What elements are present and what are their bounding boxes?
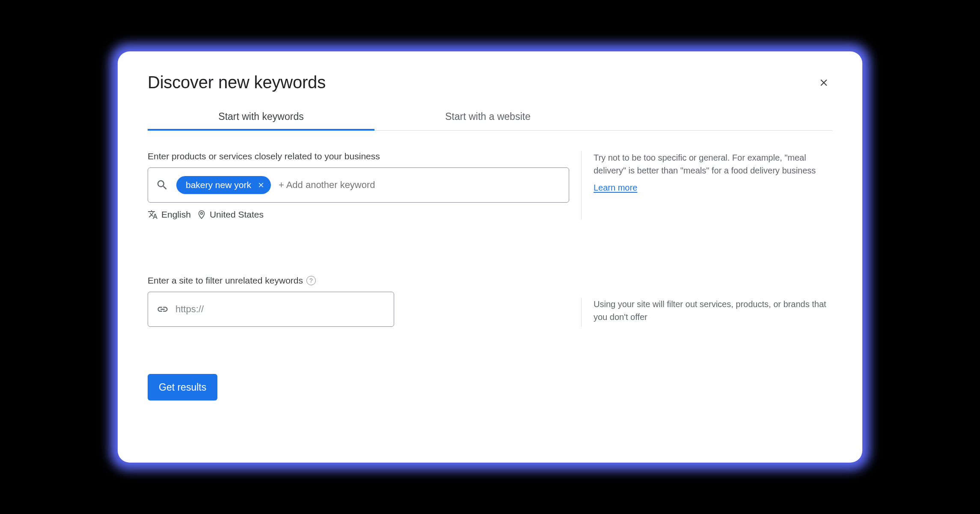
section-spacer xyxy=(148,220,832,275)
tabs: Start with keywords Start with a website xyxy=(148,104,832,131)
keyword-chip: bakery new york xyxy=(176,176,271,194)
site-help-text: Using your site will filter out services… xyxy=(594,298,832,323)
locale-row: English United States xyxy=(148,209,569,220)
close-button[interactable] xyxy=(815,74,832,91)
add-keyword-input[interactable] xyxy=(279,179,561,191)
tab-start-with-website[interactable]: Start with a website xyxy=(374,104,601,130)
site-left-column: Enter a site to filter unrelated keyword… xyxy=(148,275,569,327)
site-field-label: Enter a site to filter unrelated keyword… xyxy=(148,275,569,286)
link-icon xyxy=(157,303,169,315)
svg-point-0 xyxy=(201,212,203,215)
keywords-help-text: Try not to be too specific or general. F… xyxy=(594,151,832,177)
site-input-container[interactable] xyxy=(148,292,394,327)
search-icon xyxy=(156,179,169,191)
dialog-glow-frame: Discover new keywords Start with keyword… xyxy=(110,44,870,470)
tab-start-with-keywords[interactable]: Start with keywords xyxy=(148,104,374,130)
site-field-label-text: Enter a site to filter unrelated keyword… xyxy=(148,275,303,286)
help-icon[interactable]: ? xyxy=(306,276,316,285)
keyword-planner-dialog: Discover new keywords Start with keyword… xyxy=(118,51,862,463)
language-label: English xyxy=(161,209,191,220)
keyword-chip-remove[interactable] xyxy=(256,180,266,190)
site-filter-section: Enter a site to filter unrelated keyword… xyxy=(148,275,832,327)
keyword-chip-label: bakery new york xyxy=(186,180,251,190)
close-icon xyxy=(257,181,265,189)
get-results-button[interactable]: Get results xyxy=(148,374,217,400)
location-selector[interactable]: United States xyxy=(197,209,264,220)
close-icon xyxy=(818,77,829,88)
keywords-help-column: Try not to be too specific or general. F… xyxy=(581,151,832,220)
translate-icon xyxy=(148,209,158,220)
site-help-column: Using your site will filter out services… xyxy=(581,298,832,327)
keywords-field-label: Enter products or services closely relat… xyxy=(148,151,569,161)
site-url-input[interactable] xyxy=(175,304,385,315)
location-label: United States xyxy=(210,209,264,220)
keywords-input-container[interactable]: bakery new york xyxy=(148,167,569,203)
dialog-title: Discover new keywords xyxy=(148,73,326,92)
location-icon xyxy=(197,210,206,219)
language-selector[interactable]: English xyxy=(148,209,191,220)
keywords-section: Enter products or services closely relat… xyxy=(148,151,832,220)
keywords-left-column: Enter products or services closely relat… xyxy=(148,151,569,220)
learn-more-link[interactable]: Learn more xyxy=(594,183,637,193)
dialog-header: Discover new keywords xyxy=(148,73,832,92)
